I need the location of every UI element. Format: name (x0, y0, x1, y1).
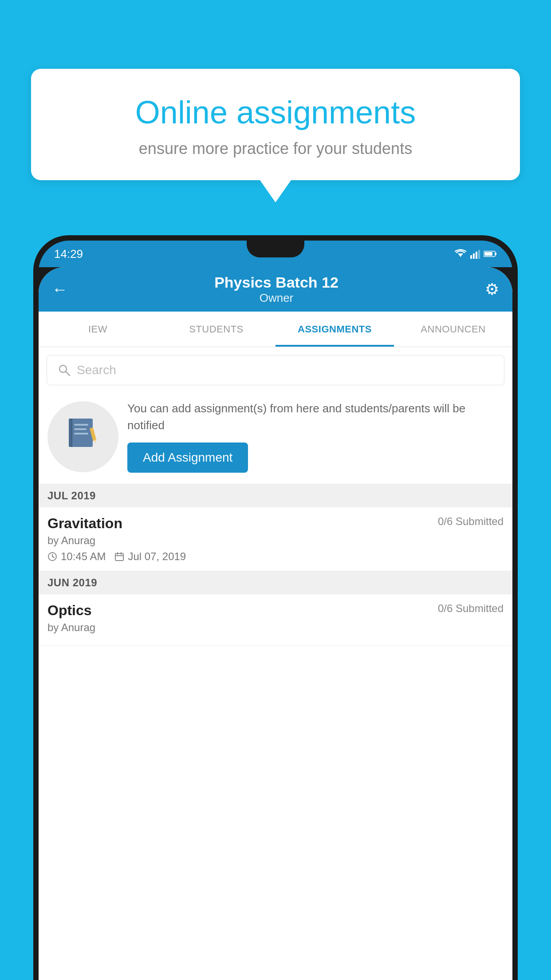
speech-bubble-container: Online assignments ensure more practice … (31, 69, 520, 202)
section-header-jun: JUN 2019 (39, 571, 512, 594)
svg-rect-7 (484, 252, 492, 256)
tab-iew[interactable]: IEW (39, 312, 157, 347)
svg-line-20 (52, 557, 54, 557)
search-bar[interactable]: Search (47, 355, 504, 385)
svg-rect-15 (74, 433, 88, 435)
tab-assignments[interactable]: ASSIGNMENTS (276, 312, 394, 347)
header-subtitle: Owner (214, 291, 338, 305)
svg-rect-2 (473, 253, 475, 259)
calendar-icon (114, 552, 124, 561)
assignment-submitted: 0/6 Submitted (438, 515, 504, 528)
assignment-row-top-optics: Optics 0/6 Submitted (47, 602, 504, 619)
speech-bubble-subtitle: ensure more practice for your students (58, 139, 493, 158)
date-value: Jul 07, 2019 (128, 550, 186, 563)
phone-screen: ← Physics Batch 12 Owner ⚙ IEW STUDENTS (39, 267, 512, 980)
notch (247, 241, 304, 257)
tab-announcements[interactable]: ANNOUNCEN (394, 312, 512, 347)
assignment-name: Gravitation (47, 515, 122, 532)
speech-bubble: Online assignments ensure more practice … (31, 69, 520, 180)
svg-rect-4 (478, 250, 480, 259)
phone-frame: 14:29 (33, 235, 518, 980)
svg-rect-3 (476, 252, 477, 259)
svg-rect-21 (115, 553, 123, 561)
status-icons (454, 249, 497, 259)
search-icon (58, 364, 71, 376)
assignment-author-optics: by Anurag (47, 621, 504, 634)
svg-rect-1 (470, 255, 472, 259)
notebook-icon (65, 415, 101, 450)
promo-section: You can add assignment(s) from here and … (39, 391, 512, 484)
assignment-item-optics[interactable]: Optics 0/6 Submitted by Anurag (39, 594, 512, 646)
tab-bar: IEW STUDENTS ASSIGNMENTS ANNOUNCEN (39, 312, 512, 347)
header-center: Physics Batch 12 Owner (214, 274, 338, 305)
assignment-time: 10:45 AM (47, 550, 106, 563)
assignment-name-optics: Optics (47, 602, 92, 619)
status-bar: 14:29 (39, 241, 512, 267)
battery-icon (484, 250, 497, 257)
search-placeholder: Search (77, 363, 116, 377)
time-value: 10:45 AM (61, 550, 106, 563)
svg-marker-0 (458, 253, 463, 257)
add-assignment-button[interactable]: Add Assignment (127, 443, 248, 473)
assignment-row-top: Gravitation 0/6 Submitted (47, 515, 504, 532)
signal-icon (470, 249, 480, 259)
settings-icon[interactable]: ⚙ (485, 280, 499, 299)
screen-content: Search (39, 347, 512, 646)
speech-bubble-title: Online assignments (58, 93, 493, 131)
section-header-jul: JUL 2019 (39, 484, 512, 507)
assignment-meta: 10:45 AM Jul 07, 2019 (47, 550, 504, 563)
promo-right: You can add assignment(s) from here and … (127, 400, 504, 473)
assignment-author: by Anurag (47, 534, 504, 547)
promo-icon-circle (47, 401, 118, 472)
svg-rect-6 (495, 253, 496, 255)
screen-inner: ← Physics Batch 12 Owner ⚙ IEW STUDENTS (39, 267, 512, 980)
assignment-item-gravitation[interactable]: Gravitation 0/6 Submitted by Anurag (39, 507, 512, 571)
svg-rect-12 (71, 419, 72, 447)
assignment-date: Jul 07, 2019 (114, 550, 186, 563)
promo-text: You can add assignment(s) from here and … (127, 400, 504, 434)
phone-inner: 14:29 (39, 241, 512, 980)
status-time: 14:29 (54, 247, 83, 261)
wifi-icon (454, 249, 467, 259)
svg-rect-14 (74, 428, 87, 430)
svg-rect-13 (74, 424, 88, 426)
svg-marker-17 (94, 439, 97, 444)
app-header: ← Physics Batch 12 Owner ⚙ (39, 267, 512, 312)
svg-line-9 (66, 371, 70, 375)
promo-icon (65, 415, 101, 458)
tab-students[interactable]: STUDENTS (157, 312, 276, 347)
header-title: Physics Batch 12 (214, 274, 338, 291)
speech-bubble-arrow (260, 180, 291, 202)
clock-icon (47, 552, 57, 561)
assignment-submitted-optics: 0/6 Submitted (438, 602, 504, 615)
back-button[interactable]: ← (52, 280, 68, 299)
